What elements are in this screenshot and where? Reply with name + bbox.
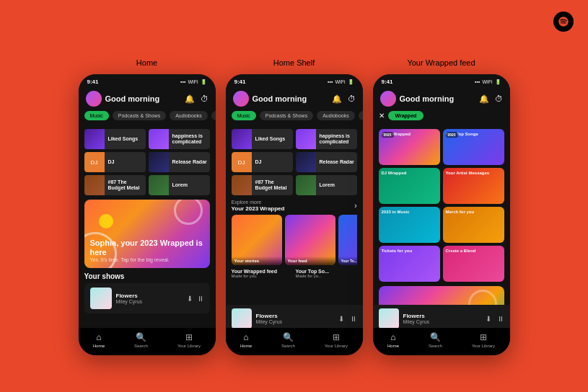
wrapped-filter-pill[interactable]: Wrapped [388,111,424,120]
pause-icon[interactable]: ⏸ [197,295,204,303]
explore-arrow-icon[interactable]: › [354,202,356,210]
quick-lorem[interactable]: Lorem [149,175,210,195]
clock-icon-feed[interactable]: ⏱ [495,94,503,103]
home-nav-icon: ⌂ [96,332,101,342]
quick-lorem-shelf[interactable]: Lorem [296,175,357,195]
liked-thumb-shelf [232,129,252,149]
header-icons-home: 🔔 ⏱ [185,94,209,104]
nav-library-shelf[interactable]: ⊞ Your Library [325,332,348,348]
lorem-thumb [149,175,169,195]
nav-home-home[interactable]: ⌂ Home [93,332,105,348]
pause-icon-feed[interactable]: ⏸ [497,315,504,323]
home-nav-label-shelf: Home [240,344,252,348]
bell-icon-feed[interactable]: 🔔 [479,94,489,104]
nav-home-feed[interactable]: ⌂ Home [387,332,399,348]
top-songs-card[interactable]: Your Top So... Made for yo... [296,269,357,278]
shelf-cards: Your stories Your feed [232,215,357,265]
quick-liked-shelf[interactable]: Liked Songs [232,129,293,149]
feed-item-tickets[interactable]: Tickets for you [379,246,440,282]
wrapped-banner-title: Sophia, your 2023 Wrapped is here [90,239,204,257]
feed-item-dj-wrapped[interactable]: DJ Wrapped [379,168,440,204]
quick-dj-shelf[interactable]: DJ DJ [232,152,293,172]
top-songs-card-sub: Made for yo... [296,274,357,278]
clock-icon[interactable]: ⏱ [201,94,209,103]
quick-dj[interactable]: DJ DJ [84,152,146,172]
feed-item-your-wrapped[interactable]: 2023 Your Wrapped [379,129,440,165]
library-nav-icon: ⊞ [185,332,193,342]
home-nav-icon-feed: ⌂ [390,332,395,342]
library-nav-icon-feed: ⊞ [480,332,487,342]
phone-content-home: Liked Songs happiness is complicated DJ … [79,125,216,318]
quick-happiness-shelf[interactable]: happiness is complicated [296,129,357,149]
bell-icon-shelf[interactable]: 🔔 [332,94,342,104]
dj-thumb-shelf: DJ [232,152,252,172]
tab-audiobooks-shelf[interactable]: Audiobooks [317,111,355,120]
quick-happiness[interactable]: happiness is complicated [149,129,210,149]
search-nav-label-feed: Search [429,344,442,348]
tab-podcasts-shelf[interactable]: Podcasts & Shows [260,111,313,120]
wrapped-banner-home[interactable]: Sophia, your 2023 Wrapped is here Yes. I… [84,200,210,268]
nav-library-home[interactable]: ⊞ Your Library [177,332,201,348]
tab-music-shelf[interactable]: Music [232,111,256,120]
quick-budget[interactable]: #87 The Budget Metal [84,175,146,195]
quick-radar[interactable]: Release Radar [149,152,210,172]
show-item-flowers[interactable]: Flowers Miley Cyrus ⬇ ⏸ [84,283,210,313]
quick-radar-shelf[interactable]: Release Radar [296,152,357,172]
nav-search-home[interactable]: 🔍 Search [134,332,148,348]
greeting-home: Good morning [105,94,160,103]
show-left: Flowers Miley Cyrus [90,288,143,309]
nav-home-shelf[interactable]: ⌂ Home [240,332,252,348]
nav-search-shelf[interactable]: 🔍 Search [281,332,295,348]
shelf-card-stories[interactable]: Your stories [232,215,282,265]
battery-icon: 🔋 [201,79,207,85]
filter-close-icon[interactable]: ✕ [379,112,385,120]
tab-wrapped-home[interactable]: Wrapp... [211,111,216,120]
status-bar-shelf: 9:41 ▪▪▪ WiFi 🔋 [226,74,363,88]
download-icon-feed[interactable]: ⬇ [486,315,491,323]
quick-grid-shelf: Liked Songs happiness is complicated DJ … [232,129,357,195]
phone-header-feed: Good morning 🔔 ⏱ [373,88,510,111]
clock-icon-shelf[interactable]: ⏱ [348,94,356,103]
tab-audiobooks-home[interactable]: Audiobooks [170,111,208,120]
budget-thumb-shelf [232,175,252,195]
download-icon[interactable]: ⬇ [187,295,193,303]
pause-icon-shelf[interactable]: ⏸ [350,315,357,323]
download-icon-shelf[interactable]: ⬇ [338,315,344,323]
quick-liked-songs[interactable]: Liked Songs [84,129,146,149]
tabs-shelf: Music Podcasts & Shows Audiobooks Wrapp.… [226,111,363,125]
dj-thumb: DJ [84,152,105,172]
now-playing-controls-shelf: ⬇ ⏸ [338,315,357,323]
lorem-label: Lorem [172,182,188,188]
home-nav-label: Home [93,344,105,348]
feed-item-top-songs[interactable]: 2023 Your Top Songs [443,129,504,165]
battery-icon-shelf: 🔋 [348,79,354,85]
now-playing-thumb-shelf [232,308,252,329]
tab-podcasts-home[interactable]: Podcasts & Shows [113,111,166,120]
feed-item-merch[interactable]: Merch for you [443,207,504,243]
explore-row: Explore more Your 2023 Wrapped › [232,200,357,212]
now-playing-controls-feed: ⬇ ⏸ [486,315,504,323]
shelf-bottom-cards: Your Wrapped feed Made for you Your Top … [232,269,357,278]
tab-wrapped-shelf[interactable]: Wrapp... [359,111,363,120]
shelf-card-top[interactable]: Your To... [338,215,357,265]
feed-item-2023-music[interactable]: 2023 in Music [379,207,440,243]
wrapped-feed-card[interactable]: Your Wrapped feed Made for you [232,269,293,278]
nav-library-feed[interactable]: ⊞ Your Library [472,332,495,348]
signal-icon: ▪▪▪ [180,79,185,84]
quick-budget-shelf[interactable]: #87 The Budget Metal [232,175,293,195]
bell-icon[interactable]: 🔔 [185,94,195,104]
nav-search-feed[interactable]: 🔍 Search [429,332,442,348]
now-playing-thumb-feed [379,308,399,329]
wrapped-feed-card-sub: Made for you [232,274,293,278]
show-controls: ⬇ ⏸ [187,295,204,303]
spotify-logo [553,12,574,32]
tab-music-home[interactable]: Music [84,111,109,120]
feed-item-artist-messages[interactable]: Your Artist Messages [443,168,504,204]
radar-thumb [149,152,169,172]
wrapped-filter-bar: ✕ Wrapped [373,111,510,125]
lorem-thumb-shelf [296,175,316,195]
shelf-card-feed[interactable]: Your feed [285,215,335,265]
wifi-icon-feed: WiFi [483,79,493,84]
feed-item-blend[interactable]: Create a Blend [443,246,504,282]
status-time-home: 9:41 [87,79,99,85]
